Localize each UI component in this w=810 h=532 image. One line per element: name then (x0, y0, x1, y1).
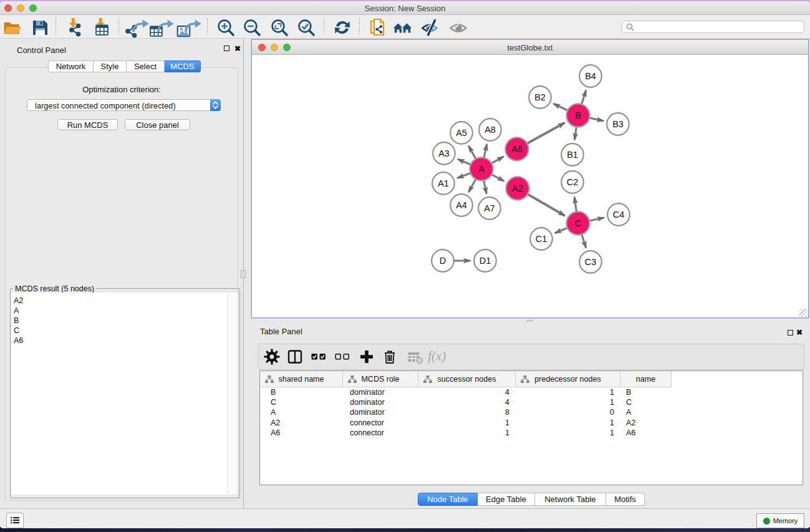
svg-text:C4: C4 (613, 210, 625, 220)
svg-text:A8: A8 (485, 125, 496, 135)
svg-text:B2: B2 (534, 92, 546, 102)
svg-text:A1: A1 (438, 178, 449, 188)
svg-text:C2: C2 (567, 177, 579, 187)
svg-text:D: D (440, 256, 446, 266)
svg-text:A: A (478, 164, 485, 174)
svg-text:A4: A4 (456, 200, 467, 210)
svg-text:B4: B4 (585, 71, 596, 81)
svg-text:A7: A7 (484, 203, 495, 213)
svg-text:B1: B1 (567, 150, 578, 160)
svg-text:C1: C1 (536, 234, 547, 244)
svg-text:D1: D1 (480, 256, 491, 266)
svg-text:A6: A6 (511, 144, 523, 154)
svg-text:B3: B3 (612, 119, 624, 129)
svg-text:A3: A3 (438, 148, 450, 158)
svg-text:A2: A2 (512, 183, 523, 193)
svg-text:C: C (575, 218, 581, 228)
svg-text:A5: A5 (456, 128, 467, 138)
svg-text:C3: C3 (585, 257, 597, 267)
svg-text:B: B (575, 110, 581, 120)
svg-text:f(x): f(x) (428, 349, 446, 364)
